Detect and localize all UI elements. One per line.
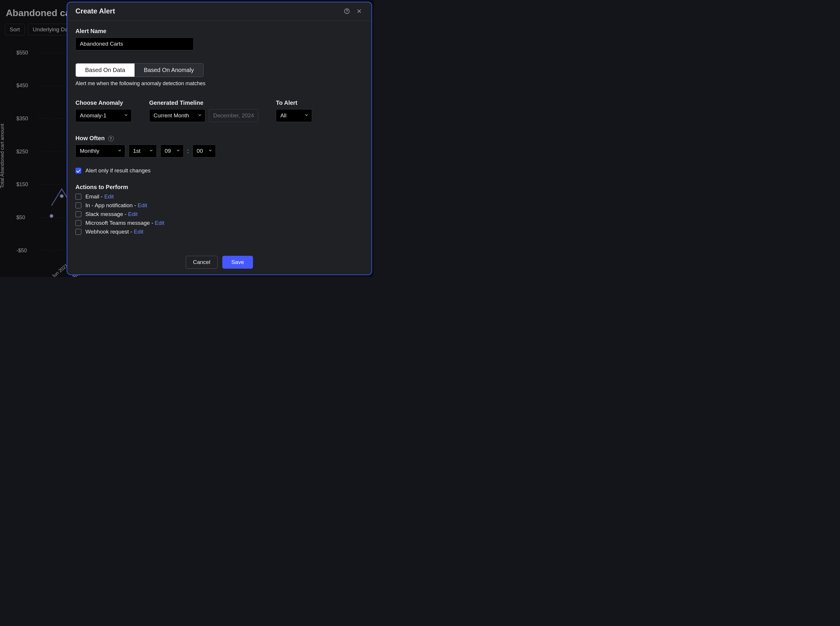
alert-only-changes-checkbox[interactable] <box>75 168 81 174</box>
action-email-label: Email <box>86 194 100 200</box>
action-webhook-label: Webhook request <box>86 228 129 235</box>
frequency-value: Monthly <box>80 148 100 154</box>
based-on-anomaly-tab[interactable]: Based On Anomaly <box>134 64 203 77</box>
action-teams-edit-link[interactable]: Edit <box>155 220 164 226</box>
generated-timeline-readonly: December, 2024 <box>209 109 258 122</box>
action-slack-checkbox[interactable] <box>75 211 81 217</box>
based-on-data-tab[interactable]: Based On Data <box>76 64 134 77</box>
basis-hint: Alert me when the following anomaly dete… <box>75 80 363 87</box>
create-alert-modal: Create Alert Alert Name Based On Data Ba… <box>67 2 372 275</box>
alert-only-changes-label: Alert only if result changes <box>86 167 151 174</box>
action-teams-label: Microsoft Teams message <box>86 220 150 226</box>
action-webhook-edit-link[interactable]: Edit <box>134 228 143 235</box>
chevron-down-icon <box>117 148 122 154</box>
choose-anomaly-label: Choose Anomaly <box>75 100 132 106</box>
modal-title: Create Alert <box>75 7 339 15</box>
action-slack-edit-link[interactable]: Edit <box>128 211 138 217</box>
action-inapp-label: In - App notification <box>86 202 133 208</box>
action-slack-label: Slack message <box>86 211 123 217</box>
time-separator: : <box>187 148 189 155</box>
to-alert-select[interactable]: All <box>276 109 312 122</box>
generated-timeline-select[interactable]: Current Month <box>149 109 205 122</box>
action-email-edit-link[interactable]: Edit <box>104 194 114 200</box>
minute-select[interactable]: 00 <box>192 145 216 158</box>
hour-select[interactable]: 09 <box>160 145 184 158</box>
modal-body: Alert Name Based On Data Based On Anomal… <box>67 21 372 252</box>
actions-header: Actions to Perform <box>75 184 363 191</box>
how-often-label-text: How Often <box>75 135 105 141</box>
save-button[interactable]: Save <box>222 256 253 269</box>
alert-name-label: Alert Name <box>75 28 363 34</box>
choose-anomaly-value: Anomaly-1 <box>80 113 106 119</box>
close-icon[interactable] <box>355 7 363 15</box>
frequency-select[interactable]: Monthly <box>75 145 125 158</box>
action-email-checkbox[interactable] <box>75 194 81 200</box>
generated-timeline-label: Generated Timeline <box>149 100 258 106</box>
action-inapp-checkbox[interactable] <box>75 202 81 208</box>
chevron-down-icon <box>124 113 128 119</box>
choose-anomaly-select[interactable]: Anomaly-1 <box>75 109 132 122</box>
chevron-down-icon <box>208 148 212 154</box>
chevron-down-icon <box>149 148 153 154</box>
modal-footer: Cancel Save <box>67 252 372 274</box>
modal-header: Create Alert <box>67 2 372 21</box>
chevron-down-icon <box>304 113 309 119</box>
chevron-down-icon <box>176 148 180 154</box>
to-alert-value: All <box>280 113 286 119</box>
cancel-button[interactable]: Cancel <box>186 256 218 269</box>
generated-timeline-value: Current Month <box>153 113 189 119</box>
day-value: 1st <box>133 148 141 154</box>
help-icon[interactable] <box>343 7 351 15</box>
basis-segment: Based On Data Based On Anomaly <box>75 63 204 77</box>
action-webhook-checkbox[interactable] <box>75 229 81 235</box>
how-often-label: How Often ? <box>75 135 363 142</box>
minute-value: 00 <box>197 148 203 154</box>
action-inapp-edit-link[interactable]: Edit <box>138 202 147 208</box>
day-select[interactable]: 1st <box>129 145 157 158</box>
alert-name-input[interactable] <box>75 38 194 50</box>
svg-point-1 <box>347 12 347 13</box>
chevron-down-icon <box>197 113 202 119</box>
to-alert-label: To Alert <box>276 100 312 106</box>
hour-value: 09 <box>165 148 171 154</box>
action-teams-checkbox[interactable] <box>75 220 81 226</box>
help-icon[interactable]: ? <box>108 136 114 141</box>
